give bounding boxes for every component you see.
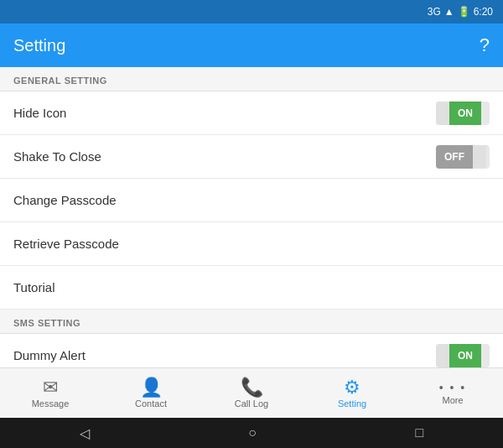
general-section-header: GENERAL SETTING — [0, 67, 503, 91]
call-log-label: Call Log — [235, 399, 268, 409]
recent-button[interactable]: □ — [399, 422, 441, 444]
nav-message[interactable]: ✉ Message — [0, 368, 101, 418]
home-button[interactable]: ○ — [231, 422, 273, 444]
dummy-alert-item[interactable]: Dummy Alert ON — [0, 334, 503, 367]
battery-icon: 🔋 — [458, 6, 470, 18]
toggle-off-part: OFF — [436, 145, 473, 169]
shake-to-close-toggle[interactable]: OFF — [436, 145, 490, 169]
more-label: More — [442, 395, 463, 405]
change-passcode-label: Change Passcode — [13, 193, 117, 207]
hide-icon-label: Hide Icon — [13, 106, 66, 120]
call-log-icon: 📞 — [241, 378, 263, 397]
time-display: 6:20 — [474, 6, 493, 18]
shake-to-close-label: Shake To Close — [13, 149, 101, 164]
toggle-on-part — [473, 145, 486, 169]
retrieve-passcode-label: Retrieve Passcode — [13, 237, 119, 251]
change-passcode-item[interactable]: Change Passcode — [0, 179, 503, 222]
signal-icon: ▲ — [444, 6, 454, 18]
tutorial-label: Tutorial — [13, 280, 54, 294]
bottom-nav: ✉ Message 👤 Contact 📞 Call Log ⚙ Setting… — [0, 367, 503, 418]
nav-contact[interactable]: 👤 Contact — [101, 368, 201, 418]
message-label: Message — [32, 399, 70, 409]
app-bar: Setting ? — [0, 23, 503, 67]
setting-label: Setting — [338, 399, 366, 409]
help-button[interactable]: ? — [480, 34, 490, 56]
retrieve-passcode-item[interactable]: Retrieve Passcode — [0, 222, 503, 266]
toggle-on-label: ON — [449, 344, 481, 367]
nav-setting[interactable]: ⚙ Setting — [302, 368, 402, 418]
shake-to-close-item[interactable]: Shake To Close OFF — [0, 135, 503, 179]
network-indicator: 3G — [428, 6, 441, 18]
status-bar: 3G ▲ 🔋 6:20 — [0, 0, 503, 23]
dummy-alert-label: Dummy Alert — [13, 348, 86, 362]
toggle-off-label — [436, 344, 449, 367]
back-button[interactable]: ◁ — [63, 422, 106, 445]
more-icon: • • • — [439, 382, 466, 393]
setting-icon: ⚙ — [344, 378, 360, 397]
tutorial-item[interactable]: Tutorial — [0, 266, 503, 310]
app-title: Setting — [13, 36, 65, 55]
sms-section-header: SMS SETTING — [0, 310, 503, 334]
status-icons: 3G ▲ 🔋 6:20 — [428, 6, 493, 18]
phone-container: 3G ▲ 🔋 6:20 Setting ? GENERAL SETTING Hi… — [0, 0, 503, 448]
settings-content: GENERAL SETTING Hide Icon ON Shake To Cl… — [0, 67, 503, 367]
nav-more[interactable]: • • • More — [402, 368, 503, 418]
toggle-on-label: ON — [449, 102, 481, 125]
message-icon: ✉ — [43, 378, 58, 397]
hide-icon-item[interactable]: Hide Icon ON — [0, 91, 503, 135]
contact-icon: 👤 — [140, 378, 163, 397]
hide-icon-toggle[interactable]: ON — [436, 102, 490, 125]
nav-call-log[interactable]: 📞 Call Log — [201, 368, 302, 418]
dummy-alert-toggle[interactable]: ON — [436, 344, 490, 367]
contact-label: Contact — [135, 399, 167, 409]
toggle-off-label — [436, 102, 449, 125]
system-nav: ◁ ○ □ — [0, 418, 503, 448]
